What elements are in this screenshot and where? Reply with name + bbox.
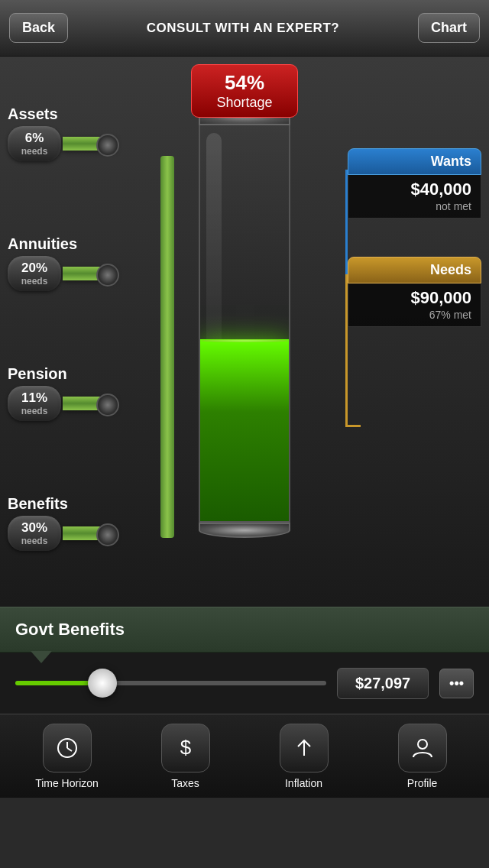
pension-pipe bbox=[63, 397, 116, 410]
income-sources: Assets 6% needs Annuities 20% needs Pens… bbox=[0, 57, 153, 607]
income-label-benefits: Benefits bbox=[8, 495, 153, 513]
needs-amount: $90,000 bbox=[358, 288, 471, 308]
right-labels: Wants $40,000 not met Needs $90,000 67% … bbox=[348, 148, 481, 327]
income-label-pension: Pension bbox=[8, 365, 153, 383]
tab-inflation-label: Inflation bbox=[285, 777, 322, 789]
shortage-percent: 54% bbox=[207, 71, 282, 95]
time-horizon-icon-wrap bbox=[43, 724, 92, 772]
main-visualization: Assets 6% needs Annuities 20% needs Pens… bbox=[0, 57, 489, 607]
slider-area: $27,097 ••• bbox=[0, 653, 489, 714]
assets-pipe bbox=[63, 137, 116, 151]
govt-arrow bbox=[31, 651, 52, 663]
wants-amount: $40,000 bbox=[358, 180, 471, 199]
person-icon bbox=[410, 736, 435, 760]
battery-body bbox=[199, 125, 290, 523]
dollar-icon: $ bbox=[173, 736, 198, 760]
wants-status: not met bbox=[436, 200, 471, 212]
header: Back CONSULT WITH AN EXPERT? Chart bbox=[0, 0, 489, 57]
slider-track[interactable] bbox=[15, 681, 326, 685]
shortage-badge: 54% Shortage bbox=[191, 64, 298, 118]
income-item-benefits: Benefits 30% needs bbox=[8, 495, 153, 551]
govt-benefits-section: Govt Benefits bbox=[0, 607, 489, 653]
clock-icon bbox=[55, 736, 79, 760]
needs-title: Needs bbox=[430, 262, 471, 277]
tab-profile[interactable]: Profile bbox=[373, 724, 472, 789]
header-title: CONSULT WITH AN EXPERT? bbox=[68, 21, 418, 36]
arrow-up-icon bbox=[292, 736, 316, 760]
tab-profile-label: Profile bbox=[407, 777, 438, 789]
assets-pipe-row: 6% needs bbox=[8, 126, 153, 161]
svg-line-2 bbox=[67, 748, 72, 751]
benefits-badge: 30% needs bbox=[8, 516, 61, 551]
battery-tank bbox=[195, 102, 294, 561]
benefits-pipe-row: 30% needs bbox=[8, 516, 153, 551]
shortage-label: Shortage bbox=[207, 95, 282, 111]
tab-inflation[interactable]: Inflation bbox=[254, 724, 354, 789]
benefits-pipe bbox=[63, 526, 116, 540]
needs-detail: $90,000 67% met bbox=[348, 283, 481, 327]
annuities-pipe bbox=[63, 267, 116, 280]
income-item-pension: Pension 11% needs bbox=[8, 365, 153, 421]
income-item-annuities: Annuities 20% needs bbox=[8, 235, 153, 291]
svg-text:$: $ bbox=[180, 736, 191, 759]
vertical-pipe bbox=[160, 156, 174, 538]
back-button[interactable]: Back bbox=[9, 13, 68, 43]
pension-pipe-row: 11% needs bbox=[8, 386, 153, 421]
inflation-icon-wrap bbox=[280, 724, 329, 772]
pension-badge: 11% needs bbox=[8, 386, 61, 421]
taxes-icon-wrap: $ bbox=[161, 724, 210, 772]
tab-taxes[interactable]: $ Taxes bbox=[136, 724, 235, 789]
tab-taxes-label: Taxes bbox=[171, 777, 199, 789]
battery-bottom bbox=[199, 523, 290, 538]
chart-button[interactable]: Chart bbox=[418, 13, 480, 43]
income-label-assets: Assets bbox=[8, 105, 153, 123]
battery-fill-top bbox=[200, 339, 289, 342]
wants-title: Wants bbox=[431, 154, 471, 169]
svg-point-5 bbox=[418, 740, 427, 749]
annuities-badge: 20% needs bbox=[8, 256, 61, 291]
annuities-pipe-row: 20% needs bbox=[8, 256, 153, 291]
tab-time-horizon[interactable]: Time Horizon bbox=[18, 724, 117, 789]
tab-time-horizon-label: Time Horizon bbox=[35, 777, 99, 789]
income-item-assets: Assets 6% needs bbox=[8, 105, 153, 161]
wants-header: Wants bbox=[348, 148, 481, 175]
profile-icon-wrap bbox=[398, 724, 447, 772]
slider-thumb[interactable] bbox=[88, 669, 117, 698]
income-label-annuities: Annuities bbox=[8, 235, 153, 253]
slider-value: $27,097 bbox=[337, 668, 429, 699]
assets-badge: 6% needs bbox=[8, 126, 61, 161]
govt-section-wrap: Govt Benefits bbox=[0, 607, 489, 653]
needs-status: 67% met bbox=[429, 309, 471, 321]
battery-fill bbox=[200, 339, 289, 521]
wants-detail: $40,000 not met bbox=[348, 175, 481, 219]
dots-button[interactable]: ••• bbox=[439, 669, 474, 698]
govt-benefits-label: Govt Benefits bbox=[15, 620, 125, 640]
tab-bar: Time Horizon $ Taxes Inflation Profile bbox=[0, 714, 489, 798]
needs-header: Needs bbox=[348, 257, 481, 283]
